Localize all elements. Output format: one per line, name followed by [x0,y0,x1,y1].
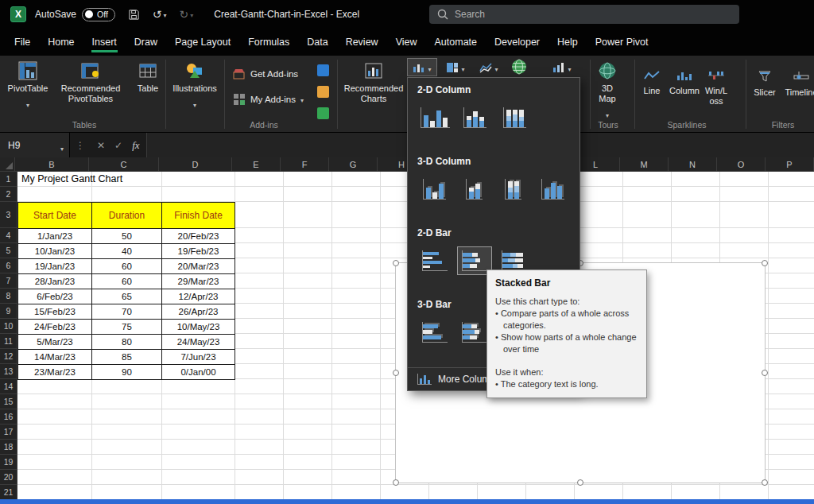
recommended-charts-button[interactable]: Recommended Charts [342,58,405,104]
insert-function-icon[interactable]: fx [132,139,139,152]
resize-handle[interactable] [393,260,399,266]
start-date-cell[interactable]: 1/Jan/23 [18,229,92,244]
column-header[interactable]: G [329,157,378,172]
chart-type-clustered-bar[interactable] [417,246,452,275]
slicer-button[interactable]: Slicer [749,58,781,98]
resize-handle[interactable] [762,260,768,266]
column-header[interactable]: C [89,157,159,172]
row-header[interactable]: 6 [0,258,17,273]
duration-cell[interactable]: 50 [92,229,162,244]
start-date-cell[interactable]: 19/Jan/23 [18,259,92,274]
row-header[interactable]: 11 [0,334,17,349]
sparkline-column-button[interactable]: Column [668,58,701,96]
duration-cell[interactable]: 60 [92,274,162,289]
finish-date-cell[interactable]: 12/Apr/23 [162,289,235,304]
start-date-cell[interactable]: 5/Mar/23 [18,335,92,350]
enter-icon[interactable]: ✓ [114,140,122,151]
row-header[interactable]: 18 [0,440,17,455]
start-date-cell[interactable]: 23/Mar/23 [18,365,92,380]
row-header[interactable]: 10 [0,319,17,334]
finish-date-cell[interactable]: 0/Jan/00 [162,365,235,380]
resize-handle[interactable] [762,479,768,486]
row-header[interactable]: 5 [0,243,17,258]
finish-date-cell[interactable]: 10/May/23 [162,320,235,335]
3d-map-button[interactable]: 3D Map [593,58,622,121]
row-header[interactable]: 20 [0,470,17,485]
row-header[interactable]: 1 [0,172,17,187]
finish-date-cell[interactable]: 26/Apr/23 [162,304,235,320]
ribbon-tab[interactable]: Data [298,29,336,55]
insert-line-chart-button[interactable] [474,58,504,76]
column-header[interactable]: P [766,157,814,172]
insert-pivotchart-button[interactable] [547,58,577,76]
chart-type-3d-100-stacked-column[interactable] [496,175,531,204]
autosave-toggle[interactable]: Off [82,8,115,21]
ribbon-tab[interactable]: Power Pivot [587,29,657,55]
chart-type-3d-column[interactable] [536,175,571,204]
start-date-cell[interactable]: 6/Feb/23 [18,289,92,304]
finish-date-cell[interactable]: 19/Feb/23 [162,244,235,259]
start-date-cell[interactable]: 28/Jan/23 [18,274,92,289]
redo-button[interactable]: ↻ [180,9,194,20]
addin-orange-icon[interactable] [317,86,329,98]
ribbon-tab[interactable]: Page Layout [166,29,239,55]
resize-handle[interactable] [577,479,583,486]
ribbon-tab[interactable]: Help [548,29,587,55]
duration-cell[interactable]: 80 [92,335,162,350]
recommended-pivottables-button[interactable]: Recommended PivotTables [51,58,130,104]
row-header[interactable]: 21 [0,485,17,500]
sparkline-line-button[interactable]: Line [638,58,666,96]
finish-date-cell[interactable]: 24/May/23 [162,335,235,350]
chart-type-100-stacked-column[interactable] [497,103,532,132]
sheet-title-cell[interactable]: My Project Gantt Chart [21,173,122,184]
table-header-cell[interactable]: Start Date [18,203,92,229]
column-header[interactable]: F [281,157,329,172]
timeline-button[interactable]: Timeline [782,58,814,98]
select-all-corner[interactable] [0,157,15,172]
column-header[interactable]: D [159,157,232,172]
sparkline-winloss-button[interactable]: Win/Loss [703,58,730,107]
search-input[interactable] [455,9,693,20]
get-addins-button[interactable]: Get Add-ins [232,67,298,80]
insert-column-chart-button[interactable] [407,58,437,76]
maps-button[interactable] [510,58,528,79]
start-date-cell[interactable]: 24/Feb/23 [18,320,92,335]
addin-green-icon[interactable] [317,107,329,119]
chart-type-3d-clustered-bar[interactable] [417,318,452,347]
ribbon-tab[interactable]: Insert [83,29,126,55]
column-header[interactable]: B [15,157,89,172]
chart-type-3d-clustered-column[interactable] [417,175,452,204]
row-header[interactable]: 14 [0,379,17,394]
row-header[interactable]: 16 [0,409,17,425]
ribbon-tab[interactable]: Review [337,29,387,55]
duration-cell[interactable]: 60 [92,259,162,274]
pivottable-button[interactable]: PivotTable [6,58,49,110]
ribbon-tab[interactable]: Automate [426,29,486,55]
row-header[interactable]: 15 [0,394,17,409]
row-header[interactable]: 8 [0,289,17,304]
finish-date-cell[interactable]: 20/Mar/23 [162,259,235,274]
resize-handle[interactable] [762,370,768,376]
column-header[interactable]: M [620,157,669,172]
duration-cell[interactable]: 70 [92,304,162,320]
row-header[interactable]: 7 [0,273,17,289]
finish-date-cell[interactable]: 20/Feb/23 [162,229,235,244]
table-header-cell[interactable]: Finish Date [162,203,235,229]
chart-type-stacked-column[interactable] [457,103,492,132]
start-date-cell[interactable]: 10/Jan/23 [18,244,92,259]
finish-date-cell[interactable]: 29/Mar/23 [162,274,235,289]
undo-button[interactable]: ↺ [153,9,167,20]
table-header-cell[interactable]: Duration [92,203,162,229]
ribbon-tab[interactable]: Draw [126,29,166,55]
ribbon-tab[interactable]: Developer [486,29,548,55]
ribbon-tab[interactable]: Home [39,29,83,55]
row-header[interactable]: 4 [0,228,17,243]
ribbon-tab[interactable]: Formulas [239,29,298,55]
search-box[interactable] [429,5,739,24]
row-header[interactable]: 2 [0,187,17,202]
duration-cell[interactable]: 75 [92,320,162,335]
row-header[interactable]: 9 [0,304,17,319]
ribbon-tab[interactable]: View [387,29,426,55]
start-date-cell[interactable]: 15/Feb/23 [18,304,92,320]
name-box[interactable]: H9 [0,133,70,157]
